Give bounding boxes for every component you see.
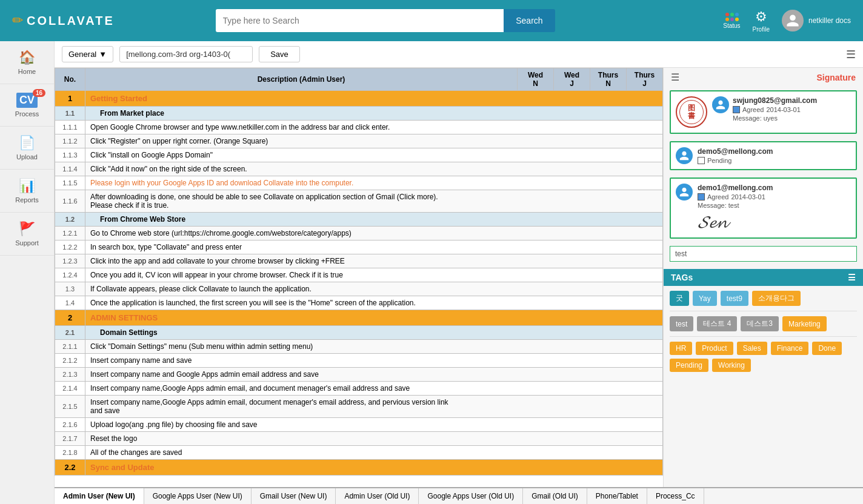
signer-1-info: swjung0825@gmail.com Agreed 2014-03-01 M…	[733, 96, 817, 122]
signer-3-status-text: Agreed	[707, 193, 728, 201]
signer-1-info-row: swjung0825@gmail.com Agreed 2014-03-01 M…	[712, 96, 817, 122]
col-header-no: No.	[55, 68, 85, 91]
col-header-thurs-n: ThursN	[590, 68, 627, 91]
signer-card-3: demo1@mellong.com Agreed 2014-03-01 Mess…	[670, 177, 857, 239]
tabs-bar: Admin User (New UI)Google Apps User (New…	[55, 487, 863, 504]
table-row: 2.1.6Upload logo(ang .png file) by choos…	[55, 418, 663, 432]
status-nav-item[interactable]: Status	[723, 13, 740, 29]
tag-item[interactable]: Yay	[693, 291, 717, 306]
tag-item[interactable]: Finance	[771, 342, 809, 355]
tag-item[interactable]: Done	[812, 342, 842, 355]
checkbox-checked-3	[698, 193, 705, 201]
content-area: General ▼ Save ☰ No. Description (Admin …	[55, 41, 863, 504]
dropdown-label: General	[68, 50, 96, 59]
sidebar-item-home[interactable]: 🏠 Home	[0, 41, 54, 84]
menu-bars-icon[interactable]: ☰	[671, 71, 679, 83]
tag-item[interactable]: 테스트 4	[697, 316, 737, 331]
stamp-char-2: 書	[688, 112, 695, 120]
tab-item[interactable]: Google Apps User (Old UI)	[419, 488, 523, 504]
note-input[interactable]	[670, 246, 857, 262]
tab-item[interactable]: Gmail User (New UI)	[252, 488, 336, 504]
support-icon: 🚩	[19, 221, 35, 237]
col-header-wed-n: WedN	[518, 68, 554, 91]
tag-item[interactable]: test	[670, 316, 693, 331]
signer-3-date: 2014-03-01	[731, 193, 765, 201]
table-row: 1Getting Started	[55, 91, 663, 107]
search-bar: Search	[216, 9, 555, 32]
table-row: 2.1.7Reset the logo	[55, 432, 663, 446]
sidebar-item-reports[interactable]: 📊 Reports	[0, 170, 54, 213]
reports-icon: 📊	[19, 178, 35, 194]
tab-item[interactable]: Gmail (Old UI)	[523, 488, 587, 504]
table-row: 1.2.2In search box, type "Collavate" and…	[55, 240, 663, 254]
signer-3-row: demo1@mellong.com Agreed 2014-03-01 Mess…	[676, 184, 851, 233]
tag-item[interactable]: Pending	[670, 359, 708, 372]
signer-1-status: Agreed 2014-03-01	[733, 106, 817, 113]
tag-item[interactable]: Working	[712, 359, 751, 372]
save-button[interactable]: Save	[259, 46, 300, 62]
table-row: 2ADMIN SETTINGS	[55, 310, 663, 326]
doc-name-input[interactable]	[119, 46, 253, 62]
dot-green	[730, 13, 734, 16]
table-row: 1.3If Collavate appears, please click Co…	[55, 282, 663, 296]
table-row: 1.2From Chrome Web Store	[55, 213, 663, 227]
tag-item[interactable]: test9	[721, 291, 748, 306]
main-layout: 🏠 Home CV Process 16 📄 Upload 📊 Reports …	[0, 41, 863, 504]
top-navigation: ✏ COLLAVATE Search Status ⚙ Profile	[0, 0, 863, 41]
sidebar-reports-label: Reports	[15, 196, 39, 204]
table-row: 2.1.4Insert company name,Google Apps adm…	[55, 382, 663, 396]
signer-card-1: 图 書 swjung0825@gmail.com	[670, 90, 857, 134]
table-row: 1.2.4Once you add it, CV icon will appea…	[55, 268, 663, 282]
signer-1-email: swjung0825@gmail.com	[733, 96, 817, 105]
sidebar-process-label: Process	[15, 110, 39, 118]
sidebar-item-support[interactable]: 🚩 Support	[0, 213, 54, 256]
tab-item[interactable]: Process_Cc	[647, 488, 704, 504]
dot-blue	[735, 13, 739, 16]
table-row: 1.1.2Click "Register" on upper right cor…	[55, 134, 663, 148]
tab-item[interactable]: Admin User (New UI)	[55, 488, 144, 504]
tab-item[interactable]: Phone/Tablet	[587, 488, 647, 504]
signer-3-status: Agreed 2014-03-01	[698, 193, 851, 201]
sidebar-item-process[interactable]: CV Process 16	[0, 84, 54, 127]
tags-header: TAGs ☰	[664, 269, 863, 286]
tags-menu-icon[interactable]: ☰	[848, 273, 856, 282]
table-row: 1.1.1Open Google Chrome browser and type…	[55, 121, 663, 134]
table-row: 2.1.8All of the changes are saved	[55, 446, 663, 460]
signer-1-stamp: 图 書	[676, 96, 707, 128]
document-table: No. Description (Admin User) WedN WedJ T…	[55, 68, 663, 476]
table-row: 1.1From Market place	[55, 107, 663, 121]
general-dropdown[interactable]: General ▼	[62, 46, 113, 62]
tag-item[interactable]: 데스트3	[741, 316, 779, 331]
signature-header: ☰ Signature	[664, 68, 863, 87]
user-area[interactable]: netkiller docs	[782, 10, 851, 31]
col-header-wed-j: WedJ	[554, 68, 590, 91]
signer-3-info: demo1@mellong.com Agreed 2014-03-01 Mess…	[698, 184, 851, 209]
doc-and-sidebar: No. Description (Admin User) WedN WedJ T…	[55, 68, 863, 487]
tag-item[interactable]: Marketing	[782, 316, 827, 331]
table-row: 1.1.4Click "Add it now" on the right sid…	[55, 162, 663, 176]
tag-item[interactable]: Sales	[737, 342, 767, 355]
doc-area[interactable]: No. Description (Admin User) WedN WedJ T…	[55, 68, 663, 487]
search-button[interactable]: Search	[504, 9, 555, 32]
search-input[interactable]	[216, 9, 504, 32]
tag-item[interactable]: 굿	[670, 291, 689, 306]
table-row: 2.1.1Click "Domain Settings" menu (Sub m…	[55, 340, 663, 354]
tab-item[interactable]: Admin User (Old UI)	[336, 488, 419, 504]
col-header-desc: Description (Admin User)	[85, 68, 518, 91]
signer-3-info-wrap: demo1@mellong.com Agreed 2014-03-01 Mess…	[698, 184, 851, 233]
table-row: 1.1.6After downloading is done, one shou…	[55, 190, 663, 213]
sidebar-item-upload[interactable]: 📄 Upload	[0, 127, 54, 170]
tag-item[interactable]: 소개용다그	[752, 291, 801, 306]
tag-item[interactable]: HR	[670, 342, 692, 355]
signer-1-date: 2014-03-01	[766, 106, 800, 113]
profile-label: Profile	[753, 26, 770, 33]
user-icon	[785, 13, 800, 28]
signer-2-email: demo5@mellong.com	[698, 147, 851, 156]
status-dots-grid	[725, 13, 738, 21]
signer-3-signature: 𝓢𝓮𝓷	[698, 213, 851, 233]
table-row: 2.2Sync and Update	[55, 460, 663, 476]
tab-item[interactable]: Google Apps User (New UI)	[144, 488, 252, 504]
menu-icon[interactable]: ☰	[846, 48, 856, 61]
tag-item[interactable]: Product	[696, 342, 733, 355]
profile-nav-item[interactable]: ⚙ Profile	[753, 9, 770, 33]
